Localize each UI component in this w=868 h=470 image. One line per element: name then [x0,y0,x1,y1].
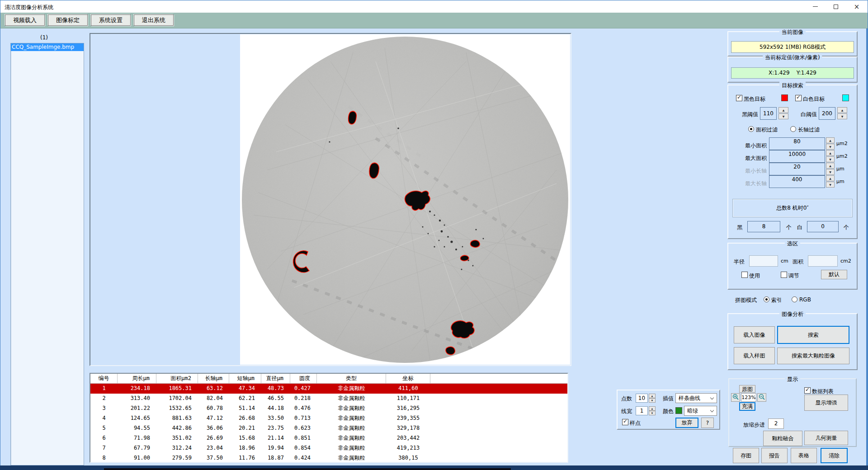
black-threshold-input[interactable]: 110 [760,107,777,120]
table-cell: 239,355 [386,414,430,423]
color-swatch[interactable] [675,407,682,414]
white-threshold-down[interactable]: ▼ [837,113,847,119]
table-row[interactable]: 671.98351.0226.6915.6821.140.851非金属颗粒203… [90,433,567,443]
table-button[interactable]: 表格 [791,448,817,463]
black-threshold-label: 黑阈值 [742,111,758,118]
white-threshold-up[interactable]: ▲ [837,107,847,113]
table-cell: 非金属颗粒 [317,404,386,414]
linewidth-spin-down[interactable]: ▼ [649,411,656,415]
column-header[interactable]: 类型 [317,374,386,383]
table-row[interactable]: 767.79312.2423.0418.9619.940.854非金属颗粒419… [90,443,567,453]
black-target-color-swatch[interactable] [781,94,788,101]
column-header[interactable]: 圆度 [290,374,317,383]
table-cell: 46.55 [261,394,290,404]
axis-filter-radio[interactable] [790,126,796,132]
search-max-button[interactable]: 搜索最大颗粒图像 [777,348,849,364]
table-cell: 0.713 [290,414,317,423]
save-image-button[interactable]: 存图 [733,448,759,463]
table-cell: 33.50 [261,414,290,423]
enhance-button[interactable]: 显示增强 [804,395,848,411]
min-axis-up[interactable]: ▲ [826,163,835,169]
color-dropdown[interactable]: 暗绿 [684,406,717,416]
sel-area-input[interactable] [808,255,838,267]
clear-button[interactable]: 清除 [821,448,848,463]
mosaic-index-radio[interactable] [764,296,769,302]
zoom-step-input[interactable]: 2 [768,418,784,429]
chevron-down-icon [710,409,714,412]
max-area-input[interactable]: 10000 [769,150,825,163]
column-header[interactable]: 长轴μm [198,374,229,383]
toolbar-button[interactable]: 视频载入 [5,14,45,26]
default-button[interactable]: 默认 [821,270,847,279]
points-spin-up[interactable]: ▲ [649,394,656,398]
mosaic-rgb-radio[interactable] [792,296,797,302]
toolbar-button[interactable]: 图像标定 [48,14,88,26]
column-header[interactable]: 面积μm2 [156,374,198,383]
black-threshold-up[interactable]: ▲ [778,107,788,113]
column-header[interactable]: 直径μm [261,374,290,383]
min-area-up[interactable]: ▲ [826,137,835,143]
selection-group: 选区 半径 cm 面积 cm2 使用 调节 默认 [727,243,858,290]
linewidth-spin-up[interactable]: ▲ [649,406,656,411]
fit-button[interactable]: 充满 [739,402,755,411]
points-spin-down[interactable]: ▼ [649,398,656,403]
column-header[interactable]: 坐标 [386,374,430,383]
points-input[interactable]: 10 [636,394,648,403]
area-filter-radio[interactable] [748,126,754,132]
column-header[interactable]: 周长μm [118,374,156,383]
toolbar-button[interactable]: 退出系统 [134,14,174,26]
load-sample-button[interactable]: 载入样图 [734,347,775,364]
table-row[interactable]: 1234.181865.3163.1247.3448.730.427非金属颗粒4… [90,384,567,394]
table-row[interactable]: 891.00279.5937.5011.7618.870.424非金属颗粒380… [90,453,567,463]
min-axis-input[interactable]: 20 [769,163,825,175]
table-row[interactable]: 594.55442.8636.0620.2123.750.623非金属颗粒329… [90,423,567,433]
max-area-down[interactable]: ▼ [826,156,835,162]
max-axis-down[interactable]: ▼ [826,182,835,188]
white-threshold-input[interactable]: 200 [819,107,835,120]
table-cell: 881.63 [156,414,198,423]
minimize-button[interactable] [805,0,826,13]
min-area-down[interactable]: ▼ [826,144,835,150]
report-button[interactable]: 报告 [761,448,788,463]
white-target-checkbox[interactable]: ✓ [795,95,802,101]
interp-dropdown[interactable]: 样条曲线 [675,393,717,403]
table-row[interactable]: 3201.221532.6560.7851.1444.180.476非金属颗粒3… [90,404,567,414]
linewidth-input[interactable]: 1 [636,406,648,415]
help-button[interactable]: ? [701,418,714,428]
white-target-color-swatch[interactable] [842,94,849,101]
black-target-label: 黑色目标 [744,95,765,103]
max-axis-up[interactable]: ▲ [826,175,835,181]
min-axis-down[interactable]: ▼ [826,169,835,175]
black-threshold-down[interactable]: ▼ [778,113,788,119]
table-row[interactable]: 4124.65881.6347.1226.6833.500.713非金属颗粒23… [90,414,567,423]
use-checkbox[interactable] [741,272,748,278]
load-image-button[interactable]: 载入图像 [734,326,775,343]
close-button[interactable]: × [846,0,867,13]
zoom-in-button[interactable] [731,393,740,402]
black-target-checkbox[interactable]: ✓ [736,95,742,101]
list-item[interactable]: CCQ_SampleImge.bmp [11,43,84,51]
sample-points-checkbox[interactable]: ✓ [622,419,628,425]
data-list-checkbox[interactable]: ✓ [804,387,811,394]
max-area-up[interactable]: ▲ [826,150,835,156]
max-axis-unit: μm [836,179,844,184]
table-cell: 380,15 [386,453,430,463]
min-area-input[interactable]: 80 [769,137,825,150]
column-header[interactable]: 编号 [90,374,118,383]
adjust-checkbox[interactable] [781,272,787,278]
search-button[interactable]: 搜索 [777,326,849,344]
merge-button[interactable]: 颗粒融合 [763,431,802,446]
measure-button[interactable]: 几何测量 [804,431,848,445]
zoom-out-button[interactable] [757,393,766,402]
linewidth-label: 线宽 [621,408,632,415]
file-listbox[interactable]: CCQ_SampleImge.bmp [10,43,84,465]
toolbar-button[interactable]: 系统设置 [91,14,131,26]
maximize-button[interactable] [826,0,846,13]
image-canvas[interactable] [240,34,570,365]
column-header[interactable]: 短轴μm [229,374,261,383]
radius-input[interactable] [749,255,778,267]
max-axis-input[interactable]: 400 [769,175,825,188]
table-row[interactable]: 2313.401702.0482.0462.2146.550.218非金属颗粒1… [90,394,567,404]
discard-button[interactable]: 放弃 [675,418,698,428]
original-size-button[interactable]: 原图 [739,385,755,393]
